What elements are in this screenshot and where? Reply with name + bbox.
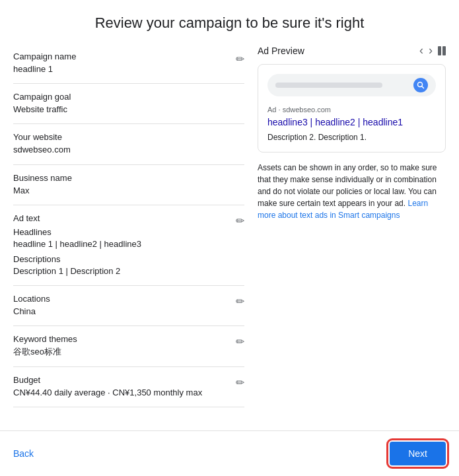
search-icon [413, 78, 428, 92]
locations-row: Locations China ✏ [13, 286, 244, 326]
locations-edit-icon[interactable]: ✏ [236, 295, 244, 308]
keyword-themes-edit-icon[interactable]: ✏ [236, 335, 244, 348]
ad-text-label: Ad text [13, 213, 230, 223]
campaign-goal-label-group: Campaign goal Website traffic [13, 92, 71, 116]
business-name-header: Business name Max [13, 173, 244, 197]
ad-headlines: headline3 | headline2 | headline1 [267, 116, 436, 129]
campaign-goal-value: Website traffic [13, 104, 71, 116]
svg-line-1 [422, 86, 424, 88]
locations-label-group: Locations China [13, 294, 50, 318]
back-button[interactable]: Back [13, 448, 34, 459]
ad-text-subrows: Headlines headline 1 | headline2 | headl… [13, 227, 230, 277]
ad-descriptions: Description 2. Description 1. [267, 132, 436, 143]
budget-edit-icon[interactable]: ✏ [236, 376, 244, 389]
your-website-row: Your website sdwebseo.com [13, 124, 244, 164]
ad-tag: Ad · [267, 106, 283, 114]
your-website-value: sdwebseo.com [13, 144, 71, 156]
next-button[interactable]: Next [390, 442, 446, 465]
ad-text-row: Ad text Headlines headline 1 | headline2… [13, 205, 244, 286]
keyword-themes-value: 谷歌seo标准 [13, 346, 77, 358]
headlines-label: Headlines [13, 227, 230, 237]
descriptions-value: Description 1 | Description 2 [13, 265, 230, 277]
locations-label: Locations [13, 294, 50, 304]
right-column: Ad Preview ‹ › [258, 44, 446, 430]
ad-text-label-group: Ad text Headlines headline 1 | headline2… [13, 213, 230, 277]
budget-header: Budget CN¥44.40 daily average · CN¥1,350… [13, 375, 244, 399]
campaign-name-row: Campaign name headline 1 ✏ [13, 44, 244, 84]
your-website-label-group: Your website sdwebseo.com [13, 132, 71, 156]
left-column: Campaign name headline 1 ✏ Campaign goal… [13, 44, 244, 430]
main-content: Campaign name headline 1 ✏ Campaign goal… [0, 44, 459, 430]
campaign-name-label-group: Campaign name headline 1 [13, 51, 76, 75]
ad-source-label: Ad · sdwebseo.com [267, 106, 436, 114]
keyword-themes-label-group: Keyword themes 谷歌seo标准 [13, 334, 77, 358]
business-name-row: Business name Max [13, 165, 244, 205]
keyword-themes-header: Keyword themes 谷歌seo标准 ✏ [13, 334, 244, 358]
business-name-label-group: Business name Max [13, 173, 72, 197]
campaign-name-label: Campaign name [13, 51, 76, 61]
budget-value: CN¥44.40 daily average · CN¥1,350 monthl… [13, 387, 202, 399]
assets-note: Assets can be shown in any order, so to … [258, 162, 446, 221]
grid-col-1 [438, 46, 441, 55]
your-website-label: Your website [13, 132, 71, 142]
grid-col-2 [442, 46, 446, 55]
footer: Back Next [0, 430, 459, 476]
keyword-themes-row: Keyword themes 谷歌seo标准 ✏ [13, 326, 244, 366]
keyword-themes-label: Keyword themes [13, 334, 77, 344]
ad-text-header: Ad text Headlines headline 1 | headline2… [13, 213, 244, 277]
business-name-value: Max [13, 185, 72, 197]
prev-arrow-icon[interactable]: ‹ [419, 44, 423, 57]
next-arrow-icon[interactable]: › [429, 44, 433, 57]
campaign-goal-label: Campaign goal [13, 92, 71, 102]
locations-header: Locations China ✏ [13, 294, 244, 318]
page-title: Review your campaign to be sure it's rig… [0, 0, 459, 44]
ad-preview-header: Ad Preview ‹ › [258, 44, 446, 57]
campaign-name-edit-icon[interactable]: ✏ [236, 53, 244, 65]
headlines-value: headline 1 | headline2 | headline3 [13, 238, 230, 250]
campaign-name-value: headline 1 [13, 63, 76, 75]
ad-preview-nav: ‹ › [419, 44, 446, 57]
page-container: Review your campaign to be sure it's rig… [0, 0, 459, 476]
your-website-header: Your website sdwebseo.com [13, 132, 244, 156]
ad-preview-section: Ad Preview ‹ › [258, 44, 446, 221]
budget-label: Budget [13, 375, 202, 385]
budget-label-group: Budget CN¥44.40 daily average · CN¥1,350… [13, 375, 202, 399]
campaign-goal-header: Campaign goal Website traffic [13, 92, 244, 116]
budget-row: Budget CN¥44.40 daily average · CN¥1,350… [13, 367, 244, 407]
descriptions-label: Descriptions [13, 254, 230, 264]
ad-text-edit-icon[interactable]: ✏ [236, 215, 244, 227]
locations-value: China [13, 306, 50, 318]
search-bar-mock [267, 74, 436, 96]
campaign-name-header: Campaign name headline 1 ✏ [13, 51, 244, 75]
ad-domain: sdwebseo.com [283, 106, 331, 114]
campaign-goal-row: Campaign goal Website traffic [13, 84, 244, 124]
ad-preview-box: Ad · sdwebseo.com headline3 | headline2 … [258, 64, 446, 153]
ad-preview-title: Ad Preview [258, 46, 304, 56]
business-name-label: Business name [13, 173, 72, 183]
grid-view-icon[interactable] [438, 46, 446, 55]
search-bar-line [275, 83, 382, 88]
